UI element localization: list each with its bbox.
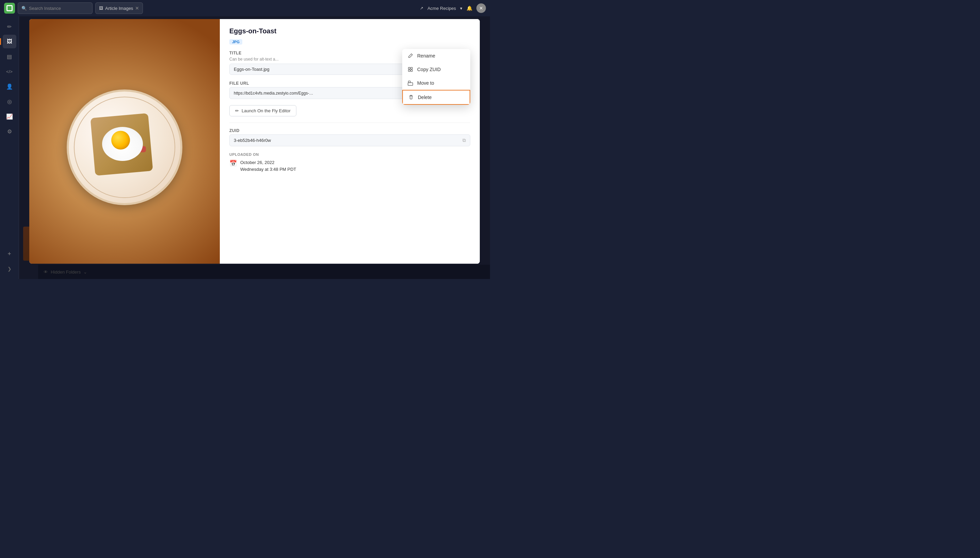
settings-icon: ⚙	[7, 128, 12, 135]
svg-rect-0	[408, 67, 410, 69]
add-icon: +	[8, 250, 11, 258]
content-area: Upload JPG JPG JPG 👁 Hidden Folders ⌄	[19, 16, 490, 279]
topbar: 🔍 🖼 Article Images ✕ ↗ Acme Recipes ▾ 🔔 …	[0, 0, 490, 16]
database-icon: ▤	[7, 53, 12, 60]
zuid-text: 3-eb52b46-h46r0w	[234, 138, 271, 143]
copy-zuid-menu-item[interactable]: Copy ZUID	[402, 62, 470, 76]
title-text: Eggs-on-Toast.jpg	[234, 67, 269, 72]
delete-icon	[408, 95, 414, 100]
external-link-icon: ↗	[420, 6, 423, 11]
context-menu: Rename Copy ZUID Move to	[402, 49, 470, 105]
tab-close-icon[interactable]: ✕	[135, 5, 139, 11]
account-name[interactable]: Acme Recipes	[427, 6, 456, 11]
search-icon: 🔍	[21, 6, 27, 11]
tab-label: Article Images	[105, 6, 133, 11]
sidebar-item-code[interactable]: </>	[3, 65, 16, 78]
image-detail-modal: Eggs-on-Toast JPG Title Can be used for …	[29, 19, 480, 264]
sidebar-item-edit[interactable]: ✏	[3, 20, 16, 33]
logo-icon	[7, 5, 13, 11]
sidebar-expand-button[interactable]: ❯	[3, 262, 16, 276]
analytics-icon: 📈	[6, 113, 13, 120]
sidebar-item-settings[interactable]: ⚙	[3, 125, 16, 138]
edit-icon: ✏	[7, 23, 11, 30]
copy-zuid-icon[interactable]: ⧉	[463, 138, 466, 143]
sidebar-item-database[interactable]: ▤	[3, 50, 16, 63]
sidebar: ✏ 🖼 ▤ </> 👤 ◎ 📈 ⚙ + ❯	[0, 16, 19, 279]
move-to-menu-item[interactable]: Move to	[402, 76, 470, 90]
move-to-label: Move to	[417, 80, 434, 86]
code-icon: </>	[6, 69, 13, 74]
chevron-down-icon: ▾	[460, 6, 463, 11]
close-icon: ✕	[479, 5, 483, 11]
svg-rect-5	[408, 83, 413, 85]
format-badge: JPG	[229, 39, 242, 44]
fly-editor-label: Launch On the Fly Editor	[241, 108, 291, 113]
upload-date: October 26, 2022	[240, 159, 296, 166]
move-icon	[408, 80, 413, 86]
sidebar-item-users[interactable]: 👤	[3, 80, 16, 93]
notification-bell-icon[interactable]: 🔔	[466, 5, 472, 11]
svg-rect-3	[411, 70, 412, 71]
rename-icon	[408, 53, 413, 59]
delete-menu-item[interactable]: Delete	[402, 90, 470, 105]
topbar-right: ↗ Acme Recipes ▾ 🔔 ✕	[420, 3, 486, 13]
sidebar-item-add[interactable]: +	[3, 247, 16, 261]
copy-grid-icon	[408, 67, 413, 72]
rename-menu-item[interactable]: Rename	[402, 49, 470, 62]
targeting-icon: ◎	[7, 98, 12, 105]
date-text: October 26, 2022 Wednesday at 3:48 PM PD…	[240, 159, 296, 172]
delete-label: Delete	[418, 95, 432, 100]
sidebar-bottom: + ❯	[3, 247, 16, 276]
image-panel	[29, 19, 220, 264]
expand-icon: ❯	[8, 266, 11, 271]
sidebar-item-media[interactable]: 🖼	[3, 35, 16, 48]
image-title: Eggs-on-Toast	[229, 27, 470, 35]
svg-rect-2	[408, 70, 410, 71]
media-icon: 🖼	[7, 38, 12, 44]
sidebar-item-targeting[interactable]: ◎	[3, 95, 16, 108]
search-bar[interactable]: 🔍	[18, 2, 92, 14]
copy-zuid-label: Copy ZUID	[417, 67, 441, 72]
sidebar-item-analytics[interactable]: 📈	[3, 110, 16, 123]
logo-button[interactable]	[4, 3, 15, 14]
zuid-value: 3-eb52b46-h46r0w ⧉	[229, 135, 470, 146]
uploaded-on-label: UPLOADED ON	[229, 153, 470, 156]
rename-label: Rename	[417, 53, 435, 59]
main-layout: ✏ 🖼 ▤ </> 👤 ◎ 📈 ⚙ + ❯	[0, 16, 490, 279]
close-button[interactable]: ✕	[476, 3, 486, 13]
users-icon: 👤	[6, 84, 13, 90]
search-input[interactable]	[29, 6, 89, 11]
plate-decoration	[67, 89, 182, 205]
image-tab-icon: 🖼	[99, 6, 103, 11]
zuid-label: ZUID	[229, 128, 470, 133]
pencil-icon: ✏	[235, 108, 239, 113]
fly-editor-button[interactable]: ✏ Launch On the Fly Editor	[229, 105, 296, 117]
date-row: 📅 October 26, 2022 Wednesday at 3:48 PM …	[229, 159, 470, 172]
calendar-icon: 📅	[229, 159, 237, 167]
upload-time: Wednesday at 3:48 PM PDT	[240, 166, 296, 173]
article-images-tab[interactable]: 🖼 Article Images ✕	[95, 2, 143, 14]
image-display	[29, 19, 220, 264]
egg-white-decoration	[102, 127, 143, 161]
file-url-text: https://bd1c4vfs.media.zestyio.com/Eggs-…	[234, 91, 315, 95]
egg-yolk-decoration	[111, 131, 130, 149]
svg-rect-1	[411, 67, 412, 69]
